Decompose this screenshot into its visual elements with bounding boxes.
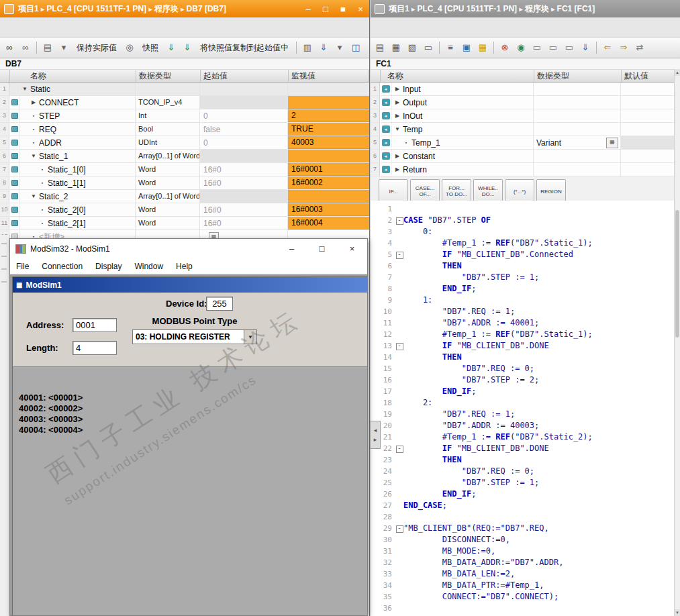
code-line[interactable]: 32 MB_DATA_ADDR:="DB7".ADDR, [371,557,675,568]
start-value-cell[interactable]: 0 [200,136,288,149]
code-line[interactable]: 9 1: [371,295,675,306]
db7-table-row[interactable]: 9 ▼Static_2 Array[0..1] of Word [0,190,369,203]
breadcrumb-item[interactable]: PLC_4 [CPU 1511TF-1 PN] [46,4,146,13]
interface-name-cell[interactable]: ▶Constant [392,150,534,162]
interface-name-cell[interactable]: ▶Input [392,83,534,95]
interface-name-cell[interactable]: ▪Temp_1 [392,136,534,149]
interface-type-cell[interactable] [534,83,621,95]
snapshot-icon[interactable]: ◎ [122,40,137,55]
variable-type-cell[interactable]: Word [136,203,200,216]
fc1-titlebar[interactable]: 项目1 ▸ PLC_4 [CPU 1511TF-1 PN] ▸ 程序块 ▸ FC… [371,0,680,17]
absolute-operands-icon[interactable]: ≡ [443,40,458,55]
go-to-error-icon[interactable]: ◉ [514,40,528,55]
snippet-button[interactable]: WHILE..DO... [473,179,503,203]
snippet-button[interactable]: FOR...TO DO... [442,179,471,203]
variable-name-cell[interactable]: ▪Static_2[0] [20,203,136,216]
code-line[interactable]: 5 - IF "MB_CLIENT_DB".Connected [371,249,675,260]
fc1-interface-row[interactable]: 1 ◂ ▶Input [371,83,675,96]
start-value-cell[interactable]: 0 [200,109,288,122]
modsim-maximize-button[interactable]: □ [307,239,337,258]
interface-name-cell[interactable]: ▶InOut [392,109,534,122]
expand-caret-icon[interactable]: ▪ [30,137,37,149]
code-line[interactable]: 25 "DB7".STEP := 1; [371,477,675,489]
default-value-cell[interactable] [621,136,675,149]
code-fold-toggle-icon[interactable]: - [396,217,403,225]
snapshot-button[interactable]: 快照 [138,40,162,55]
interface-name-cell[interactable]: ▶Output [392,96,534,109]
maximize-button[interactable]: ■ [338,4,348,14]
panel-collapse-tab[interactable]: ◂ ▸ [370,421,381,449]
menu-item-display[interactable]: Display [95,262,122,271]
start-value-cell[interactable] [200,96,288,109]
variable-name-cell[interactable]: ▶CONNECT [20,96,136,109]
variable-name-cell[interactable]: ▪ADDR [20,136,136,149]
header-start-value[interactable]: 起始值 [201,70,289,82]
code-line[interactable]: 13 - IF "MB_CLIENT_DB".DONE [371,340,675,352]
db7-table-row[interactable]: 8 ▪Static_1[1] Word 16#0 16#0002 [0,176,369,190]
scrollbar-thumb[interactable] [675,210,679,338]
dropdown-arrow-icon[interactable]: ▼ [244,330,256,344]
copy-snapshot-icon[interactable]: ⇓ [164,40,179,55]
keep-values-icon[interactable]: ▤ [40,40,55,55]
code-line[interactable]: 30 DISCONNECT:=0, [371,534,675,546]
db7-titlebar[interactable]: 项目1 ▸ PLC_4 [CPU 1511TF-1 PN] ▸ 程序块 ▸ DB… [0,0,369,17]
breadcrumb-item[interactable]: 项目1 [18,4,39,13]
reset-layout-icon[interactable]: ▭ [421,40,436,55]
code-line[interactable]: 17 END_IF; [371,386,675,397]
expand-caret-icon[interactable]: ▶ [394,83,401,95]
header-name[interactable]: 名称 [10,70,136,82]
code-line[interactable]: 20 "DB7".ADDR := 40003; [371,420,675,431]
fc1-interface-row[interactable]: 3 ◂ ▶InOut [371,109,675,123]
breadcrumb-item[interactable]: FC1 [FC1] [557,4,595,13]
start-value-cell[interactable] [200,83,288,95]
scroll-down-icon[interactable]: ▼ [675,609,680,616]
modsim-close-button[interactable]: × [337,239,367,258]
variable-type-cell[interactable]: Array[0..1] of Word [136,150,200,162]
variable-name-cell[interactable]: ▼Static_2 [20,190,136,203]
breadcrumb-item[interactable]: PLC_4 [CPU 1511TF-1 PN] [417,4,517,13]
start-value-cell[interactable]: 16#0 [200,217,288,229]
variable-type-cell[interactable]: Word [136,217,200,229]
variable-name-cell[interactable]: ▼Static_1 [20,150,136,162]
code-line[interactable]: 7 "DB7".STEP := 1; [371,272,675,283]
variable-name-cell[interactable]: ▪STEP [20,109,136,122]
interface-name-cell[interactable]: ▶Return [392,163,534,176]
header-default-value[interactable]: 默认值 [622,70,675,82]
snippet-button[interactable]: IF... [379,179,408,203]
insert-row-icon[interactable]: ▤ [373,40,387,55]
menu-item-connection[interactable]: Connection [42,262,83,271]
code-line[interactable]: 33 MB_DATA_LEN:=2, [371,568,675,580]
copy-snapshot-all-icon[interactable]: ⇓ [180,40,195,55]
copy-snapshot-to-start-button[interactable]: 将快照值复制到起始值中 [196,40,293,55]
breadcrumb-item[interactable]: 项目1 [389,4,409,13]
expand-caret-icon[interactable]: ▶ [394,164,401,176]
load-window-icon[interactable]: ◫ [348,40,363,55]
default-value-cell[interactable] [621,150,675,162]
code-line[interactable]: 8 END_IF; [371,283,675,295]
variable-type-cell[interactable]: Int [136,109,200,122]
cross-reference-icon[interactable]: ▭ [546,40,561,55]
jump-forward-icon[interactable]: ⇒ [616,40,631,55]
default-value-cell[interactable] [621,163,675,176]
expand-caret-icon[interactable]: ▶ [30,97,37,109]
restore-button[interactable]: □ [321,4,330,14]
monitor-snapshot-icon[interactable]: ∞ [18,40,33,55]
db7-table-row[interactable]: 5 ▪ADDR UDInt 0 40003 [0,136,369,150]
db7-table-row[interactable]: 6 ▼Static_1 Array[0..1] of Word [0,150,369,163]
code-line[interactable]: 6 THEN [371,260,675,272]
code-line[interactable]: 10 "DB7".REQ := 1; [371,306,675,317]
db7-table-row[interactable]: 7 ▪Static_1[0] Word 16#0 16#0001 [0,163,369,176]
code-line[interactable]: 14 THEN [371,352,675,363]
modsim-titlebar[interactable]: ModSim32 - ModSim1 –□× [10,239,367,258]
code-line[interactable]: 21 #Temp_1 := REF("DB7".Static_2); [371,431,675,443]
expand-caret-icon[interactable]: ▼ [21,83,28,95]
interface-type-cell[interactable] [534,163,621,176]
variable-type-cell[interactable]: Word [136,176,200,189]
snippet-button[interactable]: CASE...OF... [410,179,440,203]
add-row-icon[interactable]: ▦ [389,40,403,55]
expand-caret-icon[interactable]: ▪ [403,137,409,149]
point-type-dropdown[interactable]: 03: HOLDING REGISTER ▼ [132,329,257,344]
variable-name-cell[interactable]: ▼Static [20,83,136,95]
code-line[interactable]: 28 [371,511,675,523]
variable-name-cell[interactable]: ▪REQ [20,123,136,136]
